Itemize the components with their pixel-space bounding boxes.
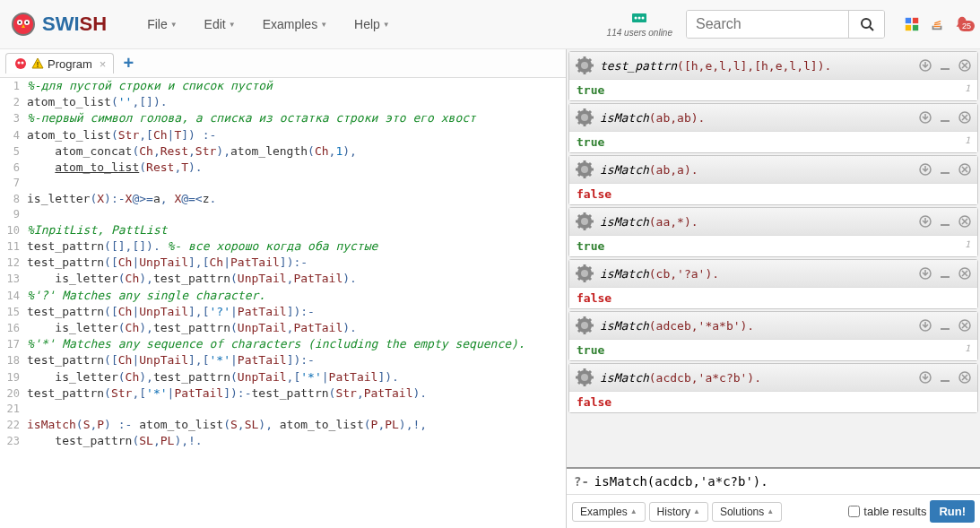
tab-add-button[interactable]: + — [114, 53, 143, 74]
code-line[interactable]: 14%'?' Matches any single character. — [0, 288, 566, 304]
repl-input[interactable] — [594, 474, 973, 489]
svg-rect-49 — [941, 120, 950, 122]
line-number: 7 — [0, 176, 27, 191]
code-line[interactable]: 21 — [0, 402, 566, 417]
query-header[interactable]: isMatch(adceb,'*a*b'). — [569, 312, 977, 340]
query-header[interactable]: test_pattrn([h,e,l,l],[h,e,l,l]). — [569, 52, 977, 80]
line-number: 9 — [0, 207, 27, 222]
svg-rect-18 — [934, 21, 941, 24]
history-dropdown[interactable]: History▲ — [649, 502, 708, 522]
download-icon[interactable] — [918, 58, 932, 73]
query-header[interactable]: isMatch(ab,ab). — [569, 104, 977, 132]
svg-rect-15 — [913, 25, 918, 30]
table-results-checkbox[interactable]: table results — [848, 505, 926, 518]
close-icon[interactable] — [958, 162, 972, 177]
code-line[interactable]: 9 — [0, 207, 566, 222]
minimize-icon[interactable] — [938, 162, 952, 177]
code-line[interactable]: 11test_pattrn([],[]). %- все хорошо когд… — [0, 238, 566, 255]
minimize-icon[interactable] — [938, 266, 952, 281]
svg-rect-101 — [941, 328, 950, 330]
minimize-icon[interactable] — [938, 318, 952, 333]
svg-line-47 — [589, 111, 591, 113]
code-line[interactable]: 20test_pattrn(Str,['*'|PatTail]):-test_p… — [0, 385, 566, 402]
search-button[interactable] — [848, 11, 884, 38]
close-icon[interactable] — [958, 58, 972, 73]
google-icon[interactable] — [903, 15, 921, 33]
download-icon[interactable] — [918, 266, 932, 281]
repl-prompt: ?- — [574, 474, 589, 489]
code-line[interactable]: 10%InpitList, PattList — [0, 222, 566, 238]
gear-icon — [575, 56, 594, 75]
stackoverflow-icon[interactable] — [928, 15, 946, 33]
tab-program[interactable]: ! Program × — [5, 53, 114, 74]
code-line[interactable]: 15test_pattrn([Ch|UnpTail],['?'|PatTail]… — [0, 304, 566, 320]
minimize-icon[interactable] — [938, 370, 952, 385]
query-result: false — [569, 288, 977, 308]
code-line[interactable]: 3%-первый символ голова, а списка из ост… — [0, 110, 566, 126]
code-line[interactable]: 8is_letter(X):-X@>=a, X@=<z. — [0, 191, 566, 207]
close-icon[interactable] — [958, 214, 972, 229]
code-line[interactable]: 19 is_letter(Ch),test_pattrn(UnpTail,['*… — [0, 369, 566, 385]
navbar: SWISH File▼ Edit▼ Examples▼ Help▼ 114 us… — [0, 0, 980, 49]
menu-examples[interactable]: Examples▼ — [249, 10, 341, 39]
code-line[interactable]: 7 — [0, 176, 566, 191]
code-line[interactable]: 18test_pattrn([Ch|UnpTail],['*'|PatTail]… — [0, 352, 566, 368]
line-number: 15 — [0, 305, 27, 320]
code-line[interactable]: 17%'*' Matches any sequence of character… — [0, 336, 566, 352]
menu-file[interactable]: File▼ — [134, 10, 190, 39]
query-result: true1 — [569, 236, 977, 256]
menu-bar: File▼ Edit▼ Examples▼ Help▼ — [134, 10, 403, 39]
code-line[interactable]: 1%-для пустой строки и список пустой — [0, 78, 566, 94]
download-icon[interactable] — [918, 214, 932, 229]
code-line[interactable]: 23 test_pattrn(SL,PL),!. — [0, 433, 566, 449]
code-line[interactable]: 22isMatch(S,P) :- atom_to_list(S,SL), at… — [0, 417, 566, 433]
users-online[interactable]: 114 users online — [607, 12, 672, 38]
close-icon[interactable] — [958, 110, 972, 125]
query-controls — [918, 266, 972, 281]
tab-close-icon[interactable]: × — [100, 57, 107, 71]
download-icon[interactable] — [918, 110, 932, 125]
query-header[interactable]: isMatch(ab,a). — [569, 156, 977, 184]
code-line[interactable]: 13 is_letter(Ch),test_pattrn(UnpTail,Pat… — [0, 271, 566, 287]
code-line[interactable]: 5 atom_concat(Ch,Rest,Str),atom_length(C… — [0, 143, 566, 160]
code-line[interactable]: 6 atom_to_list(Rest,T). — [0, 160, 566, 176]
download-icon[interactable] — [918, 318, 932, 333]
svg-line-96 — [578, 319, 580, 321]
close-icon[interactable] — [958, 318, 972, 333]
minimize-icon[interactable] — [938, 110, 952, 125]
examples-dropdown[interactable]: Examples▲ — [572, 502, 646, 522]
close-icon[interactable] — [958, 370, 972, 385]
query-header[interactable]: isMatch(aa,*). — [569, 208, 977, 236]
query-result: true1 — [569, 132, 977, 152]
menu-help[interactable]: Help▼ — [341, 10, 403, 39]
brand[interactable]: SWISH — [9, 10, 107, 39]
line-number: 4 — [0, 128, 27, 143]
tab-label: Program — [48, 57, 92, 71]
query-controls — [918, 214, 972, 229]
minimize-icon[interactable] — [938, 58, 952, 73]
query-header[interactable]: isMatch(cb,'?a'). — [569, 260, 977, 288]
minimize-icon[interactable] — [938, 214, 952, 229]
query-header[interactable]: isMatch(acdcb,'a*c?b'). — [569, 364, 977, 392]
code-line[interactable]: 2atom_to_list('',[]). — [0, 94, 566, 110]
notifications-bell[interactable]: 25 — [953, 15, 971, 33]
line-number: 18 — [0, 353, 27, 368]
code-line[interactable]: 16 is_letter(Ch),test_pattrn(UnpTail,Pat… — [0, 320, 566, 336]
query-result: true1 — [569, 80, 977, 100]
search-input[interactable] — [687, 11, 848, 38]
download-icon[interactable] — [918, 370, 932, 385]
svg-rect-62 — [941, 172, 950, 174]
code-line[interactable]: 12test_pattrn([Ch|UnpTail],[Ch|PatTail])… — [0, 255, 566, 271]
solutions-dropdown[interactable]: Solutions▲ — [712, 502, 782, 522]
code-editor[interactable]: 1%-для пустой строки и список пустой2ato… — [0, 78, 566, 528]
table-results-input[interactable] — [848, 506, 860, 517]
code-line[interactable]: 4atom_to_list(Str,[Ch|T]) :- — [0, 127, 566, 143]
menu-edit[interactable]: Edit▼ — [191, 10, 249, 39]
run-button[interactable]: Run! — [930, 500, 975, 523]
svg-rect-12 — [906, 18, 911, 23]
query-block: isMatch(cb,'?a').false — [568, 259, 978, 309]
close-icon[interactable] — [958, 266, 972, 281]
gear-icon — [575, 264, 594, 283]
users-online-text: 114 users online — [607, 28, 672, 38]
download-icon[interactable] — [918, 162, 932, 177]
